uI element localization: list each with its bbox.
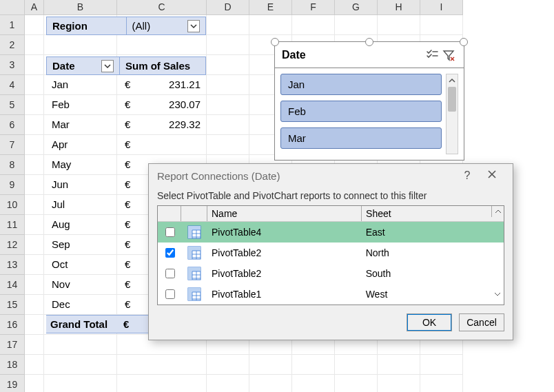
col-header-F[interactable]: F — [292, 0, 335, 15]
row-header-2[interactable]: 2 — [0, 35, 25, 55]
cell[interactable] — [207, 95, 249, 115]
cell[interactable] — [292, 375, 335, 392]
row-header-10[interactable]: 10 — [0, 195, 25, 215]
pivot-row-label[interactable]: Jun — [46, 175, 119, 195]
scrollbar-thumb[interactable] — [448, 87, 456, 112]
cell[interactable] — [25, 135, 44, 155]
row-header-13[interactable]: 13 — [0, 255, 25, 275]
cell[interactable] — [420, 15, 463, 35]
cell[interactable] — [207, 75, 249, 95]
dialog-row[interactable]: PivotTable2 South — [158, 263, 504, 284]
col-header-I[interactable]: I — [420, 0, 463, 15]
dialog-row-checkbox[interactable] — [165, 269, 175, 278]
cell[interactable] — [420, 375, 463, 392]
slicer[interactable]: Date JanFebMar — [274, 41, 464, 161]
pivot-row-value[interactable]: € — [119, 135, 206, 155]
cell[interactable] — [25, 215, 44, 235]
selection-handle-icon[interactable] — [460, 38, 468, 46]
row-header-1[interactable]: 1 — [0, 15, 25, 35]
row-header-19[interactable]: 19 — [0, 375, 25, 392]
cell[interactable] — [44, 375, 117, 392]
cell[interactable] — [44, 335, 117, 355]
pivot-row-value[interactable]: € 229.32 — [119, 115, 206, 135]
scroll-down-icon[interactable] — [491, 289, 504, 300]
cell[interactable] — [335, 15, 378, 35]
pivot-row-label[interactable]: Sep — [46, 235, 119, 255]
cell[interactable] — [207, 355, 249, 375]
pivot-row-label[interactable]: Jan — [46, 75, 119, 95]
cell[interactable] — [117, 355, 207, 375]
pivot-row-label[interactable]: Feb — [46, 95, 119, 115]
pivot-filter-value[interactable]: (All) — [127, 17, 206, 34]
cell[interactable] — [25, 95, 44, 115]
dialog-row[interactable]: PivotTable1 West — [158, 284, 504, 305]
row-header-8[interactable]: 8 — [0, 155, 25, 175]
cell[interactable] — [292, 355, 335, 375]
cell[interactable] — [25, 175, 44, 195]
scroll-up-icon[interactable] — [447, 74, 458, 87]
cell[interactable] — [25, 55, 44, 75]
col-header-D[interactable]: D — [207, 0, 249, 15]
col-header-H[interactable]: H — [378, 0, 420, 15]
cell[interactable] — [207, 375, 249, 392]
cell[interactable] — [25, 115, 44, 135]
dialog-header-name[interactable]: Name — [207, 206, 362, 221]
cell[interactable] — [44, 35, 117, 55]
cell[interactable] — [207, 115, 249, 135]
dialog-title-bar[interactable]: Report Connections (Date) ? — [149, 164, 513, 187]
cell[interactable] — [335, 375, 378, 392]
pivot-row-value[interactable]: € 230.07 — [119, 95, 206, 115]
pivot-row-label[interactable]: Nov — [46, 275, 119, 295]
cell[interactable] — [25, 375, 44, 392]
cell[interactable] — [25, 195, 44, 215]
row-header-4[interactable]: 4 — [0, 75, 25, 95]
cell[interactable] — [25, 75, 44, 95]
row-header-9[interactable]: 9 — [0, 175, 25, 195]
cell[interactable] — [249, 375, 292, 392]
cell[interactable] — [117, 35, 207, 55]
pivot-row-label[interactable]: Oct — [46, 255, 119, 275]
cell[interactable] — [25, 15, 44, 35]
row-header-14[interactable]: 14 — [0, 275, 25, 295]
cell[interactable] — [249, 15, 292, 35]
clear-filter-icon[interactable] — [440, 47, 457, 63]
row-header-15[interactable]: 15 — [0, 295, 25, 315]
corner-cell[interactable] — [0, 0, 25, 15]
multi-select-icon[interactable] — [424, 47, 440, 63]
cell[interactable] — [207, 15, 249, 35]
cell[interactable] — [420, 355, 463, 375]
dialog-row-checkbox[interactable] — [165, 227, 175, 237]
slicer-item[interactable]: Feb — [280, 101, 442, 122]
pivot-header-date[interactable]: Date — [47, 57, 120, 74]
pivot-row-label[interactable]: Dec — [46, 295, 119, 315]
selection-handle-icon[interactable] — [365, 38, 373, 46]
row-header-3[interactable]: 3 — [0, 55, 25, 75]
row-header-7[interactable]: 7 — [0, 135, 25, 155]
dialog-row[interactable]: PivotTable2 North — [158, 243, 504, 263]
selection-handle-icon[interactable] — [271, 38, 279, 46]
col-header-C[interactable]: C — [117, 0, 207, 15]
cell[interactable] — [207, 135, 249, 155]
cell[interactable] — [378, 375, 420, 392]
cell[interactable] — [25, 155, 44, 175]
cancel-button[interactable]: Cancel — [459, 313, 504, 331]
cell[interactable] — [25, 355, 44, 375]
ok-button[interactable]: OK — [407, 313, 452, 331]
col-header-G[interactable]: G — [335, 0, 378, 15]
row-header-12[interactable]: 12 — [0, 235, 25, 255]
row-header-17[interactable]: 17 — [0, 335, 25, 355]
cell[interactable] — [25, 235, 44, 255]
row-header-18[interactable]: 18 — [0, 355, 25, 375]
dialog-header-sheet[interactable]: Sheet — [362, 206, 491, 221]
close-icon[interactable] — [480, 169, 504, 182]
cell[interactable] — [25, 275, 44, 295]
col-header-B[interactable]: B — [44, 0, 117, 15]
pivot-row-label[interactable]: Apr — [46, 135, 119, 155]
dialog-row-checkbox[interactable] — [165, 248, 175, 258]
col-header-A[interactable]: A — [25, 0, 44, 15]
slicer-item[interactable]: Jan — [280, 74, 442, 95]
pivot-row-value[interactable]: € 231.21 — [119, 75, 206, 95]
cell[interactable] — [207, 55, 249, 75]
slicer-scrollbar[interactable] — [446, 74, 458, 154]
col-header-E[interactable]: E — [249, 0, 292, 15]
